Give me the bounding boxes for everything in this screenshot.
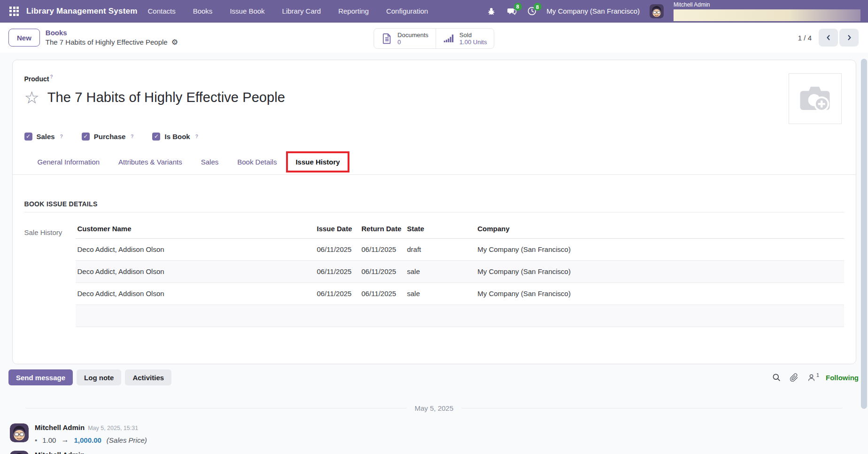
message-author[interactable]: Mitchell Admin [35,423,85,431]
nav-item-library-card[interactable]: Library Card [282,7,321,15]
breadcrumb-parent-link[interactable]: Books [46,28,178,38]
new-button[interactable]: New [8,29,40,47]
nav-item-issue-book[interactable]: Issue Book [230,7,264,15]
apps-menu-button[interactable] [6,4,23,19]
breadcrumb-area: New Books The 7 Habits of Highly Effecti… [8,28,178,47]
chevron-right-icon [845,34,853,41]
cell-customer-name[interactable]: Deco Addict, Addison Olson [76,260,314,282]
gear-icon[interactable]: ⚙ [171,39,178,46]
cell-state[interactable]: draft [404,238,475,260]
main-content: Product? ☆ The 7 Habits of Highly Effect… [0,53,868,454]
column-header-company[interactable]: Company [475,222,844,239]
old-value: 1.00 [42,436,56,444]
cell-customer-name[interactable]: Deco Addict, Addison Olson [76,238,314,260]
message-author[interactable]: Mitchell Admin [35,451,85,454]
tab-book-details[interactable]: Book Details [237,158,277,166]
date-divider-label: May 5, 2025 [415,404,454,412]
product-label-text: Product [24,75,49,83]
message-avatar[interactable] [10,423,29,442]
bullet-icon: • [35,436,37,444]
chatter-message-partial: Mitchell Admin [10,451,868,454]
cell-company[interactable]: My Company (San Francisco) [475,238,844,260]
purchase-checkbox-label: Purchase [94,133,126,141]
nav-item-reporting[interactable]: Reporting [338,7,369,15]
followers-button[interactable]: 1 [807,373,819,382]
activities-schedule-button[interactable]: Activities [125,369,171,385]
paperclip-icon [790,373,798,382]
app-title[interactable]: Library Management System [26,7,137,16]
column-header-customer-name[interactable]: Customer Name [76,222,314,239]
sold-stat-label: Sold [459,31,472,39]
company-switcher[interactable]: My Company (San Francisco) [547,7,640,15]
tab-issue-history[interactable]: Issue History [286,151,349,172]
cell-return-date[interactable]: 06/11/2025 [359,238,404,260]
cell-state[interactable]: sale [404,282,475,305]
activities-count-badge: 8 [534,3,542,11]
cell-return-date[interactable]: 06/11/2025 [359,282,404,305]
main-menu: Contacts Books Issue Book Library Card R… [147,7,428,15]
new-value: 1,000.00 [74,436,101,444]
log-note-button[interactable]: Log note [77,369,121,385]
is-book-checkbox[interactable]: ✓ Is Book? [152,133,198,141]
cell-company[interactable]: My Company (San Francisco) [475,260,844,282]
field-note: (Sales Price) [107,436,147,444]
attach-files-button[interactable] [790,373,798,382]
nav-item-contacts[interactable]: Contacts [147,7,175,15]
cell-state[interactable]: sale [404,260,475,282]
date-divider: May 5, 2025 [26,404,842,412]
chevron-left-icon [825,34,832,41]
tab-sales[interactable]: Sales [201,158,219,166]
avatar-image [10,423,29,442]
follower-person-icon [807,373,816,382]
pager-previous-button[interactable] [819,29,838,47]
table-row[interactable]: Deco Addict, Addison Olson 06/11/2025 06… [76,238,844,260]
send-message-button[interactable]: Send message [8,369,73,385]
following-button[interactable]: Following [826,374,859,382]
cell-return-date[interactable]: 06/11/2025 [359,260,404,282]
message-avatar[interactable] [10,451,29,454]
column-header-return-date[interactable]: Return Date [359,222,404,239]
activities-button[interactable]: 8 [527,6,537,16]
table-row[interactable]: Deco Addict, Addison Olson 06/11/2025 06… [76,282,844,305]
cell-issue-date[interactable]: 06/11/2025 [314,282,359,305]
camera-plus-icon [797,82,833,116]
message-timestamp: May 5, 2025, 15:31 [88,425,138,431]
breadcrumb: Books The 7 Habits of Highly Effective P… [46,28,178,47]
apps-grid-icon [9,7,19,16]
tab-general-information[interactable]: General Information [38,158,100,166]
nav-item-books[interactable]: Books [193,7,213,15]
cell-customer-name[interactable]: Deco Addict, Addison Olson [76,282,314,305]
debug-bug-button[interactable] [487,7,496,16]
messages-button[interactable]: 8 [506,6,517,16]
search-messages-button[interactable] [772,373,781,382]
product-image-upload[interactable] [789,73,842,124]
navbar-left: Library Management System Contacts Books… [6,4,428,19]
document-icon [381,32,393,45]
column-header-state[interactable]: State [404,222,475,239]
tab-attributes-variants[interactable]: Attributes & Variants [118,158,182,166]
checkbox-checked-icon: ✓ [152,133,160,141]
table-row[interactable]: Deco Addict, Addison Olson 06/11/2025 06… [76,260,844,282]
pager-next-button[interactable] [839,29,859,47]
purchase-checkbox[interactable]: ✓ Purchase? [82,133,134,141]
cell-issue-date[interactable]: 06/11/2025 [314,260,359,282]
navbar-right: 8 8 My Company (San Francisco) Mitchell … [487,0,868,22]
documents-stat-button[interactable]: Documents 0 [374,29,435,48]
cell-issue-date[interactable]: 06/11/2025 [314,238,359,260]
page-scrollbar-thumb[interactable] [861,59,867,409]
help-marker: ? [50,74,53,79]
tracking-value-change: • 1.00 → 1,000.00 (Sales Price) [35,436,147,444]
record-title[interactable]: The 7 Habits of Highly Effective People [47,90,285,105]
form-sheet: Product? ☆ The 7 Habits of Highly Effect… [12,60,856,364]
cell-company[interactable]: My Company (San Francisco) [475,282,844,305]
sold-stat-button[interactable]: Sold 1.00 Units [435,29,494,48]
user-menu[interactable]: Mitchell Admin [674,0,860,21]
bar-chart-icon [443,33,455,44]
stat-buttons-group: Documents 0 Sold 1.00 Units [373,28,494,49]
column-header-issue-date[interactable]: Issue Date [314,222,359,239]
arrow-right-icon: → [61,436,69,444]
nav-item-configuration[interactable]: Configuration [386,7,428,15]
user-avatar[interactable] [650,4,664,18]
sales-checkbox[interactable]: ✓ Sales? [24,133,63,141]
favorite-star-icon[interactable]: ☆ [24,89,39,106]
